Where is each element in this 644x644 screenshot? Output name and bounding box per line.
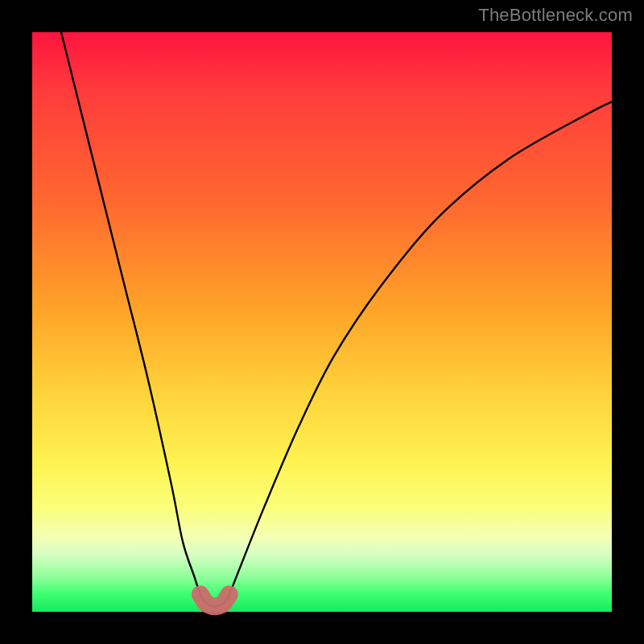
plot-area (32, 32, 612, 612)
chart-frame: TheBottleneck.com (0, 0, 644, 644)
marker-segment (200, 594, 229, 606)
bottleneck-curve (61, 32, 612, 606)
curve-layer (32, 32, 612, 612)
watermark-text: TheBottleneck.com (478, 5, 633, 26)
